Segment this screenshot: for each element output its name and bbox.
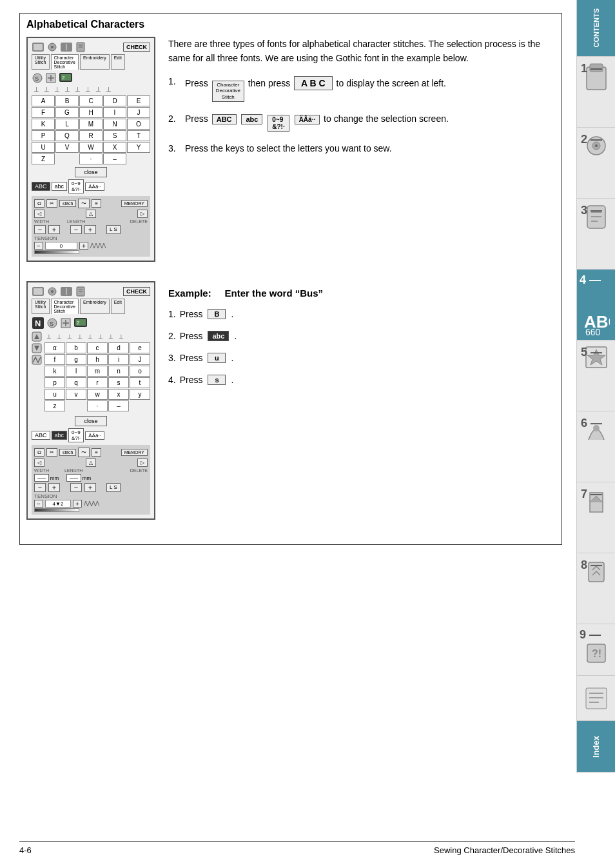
char-k-lower[interactable]: k <box>44 366 65 377</box>
sidebar-tab-8[interactable]: 8 — <box>576 553 615 624</box>
char-f-lower[interactable]: f <box>44 354 65 365</box>
lines-btn-2[interactable]: ≡ <box>92 448 101 457</box>
tension-minus-2[interactable]: − <box>34 500 43 508</box>
char-v-lower[interactable]: v <box>66 389 86 400</box>
char-O[interactable]: O <box>127 119 150 130</box>
tension-plus[interactable]: + <box>79 242 88 250</box>
char-g-lower[interactable]: g <box>66 354 86 365</box>
embroidery-tab[interactable]: Embroidery <box>80 54 110 70</box>
plus-l-2[interactable]: + <box>84 483 96 492</box>
char-dot-2[interactable]: · <box>87 400 108 411</box>
char-j-lower[interactable]: J <box>130 354 150 365</box>
char-P[interactable]: P <box>32 130 55 141</box>
fwd-btn[interactable]: ▷ <box>137 210 148 218</box>
char-q-lower[interactable]: q <box>66 377 86 388</box>
tension-minus[interactable]: − <box>34 242 43 250</box>
char-r-lower[interactable]: r <box>87 377 108 388</box>
char-grid-lower[interactable]: α b c d e f g h i J k l m <box>44 342 150 411</box>
sidebar-tab-6[interactable]: 6 — <box>576 411 615 482</box>
char-Q[interactable]: Q <box>55 130 79 141</box>
char-n-lower[interactable]: n <box>108 366 129 377</box>
char-U[interactable]: U <box>32 142 55 153</box>
font2-btn-special[interactable]: ÄÂä·· <box>85 431 104 440</box>
wave-btn[interactable]: 〜 <box>78 199 90 208</box>
char-K[interactable]: K <box>32 119 55 130</box>
char-F[interactable]: F <box>32 107 55 118</box>
char-M[interactable]: M <box>79 119 102 130</box>
machine1-close[interactable]: close <box>75 167 107 177</box>
stitch-btn[interactable]: stitch <box>59 200 76 207</box>
machine1-check[interactable]: CHECK <box>123 43 150 52</box>
char-s-lower[interactable]: s <box>108 377 129 388</box>
char-Z[interactable]: Z <box>32 153 55 164</box>
ABC-btn[interactable]: ABC <box>212 114 237 124</box>
back-btn-2[interactable]: ◁ <box>34 459 44 467</box>
minus-l[interactable]: − <box>70 225 82 234</box>
sidebar-tab-3[interactable]: 3 — <box>576 199 615 270</box>
char-J[interactable]: J <box>127 107 150 118</box>
ex-btn-u[interactable]: u <box>208 353 226 363</box>
sidebar-tab-contents[interactable]: CONTENTS <box>576 0 615 57</box>
char-x-lower[interactable]: x <box>108 389 129 400</box>
ex-btn-s[interactable]: s <box>208 375 226 385</box>
abc-display-button[interactable]: A B C <box>294 76 333 90</box>
font-btn-abc[interactable]: abc <box>52 182 68 191</box>
omega-btn[interactable]: Ω <box>34 199 44 208</box>
plus-l[interactable]: + <box>84 225 96 234</box>
lines-btn[interactable]: ≡ <box>92 199 101 208</box>
char-N[interactable]: N <box>103 119 126 130</box>
char-dash-2[interactable]: – <box>108 400 129 411</box>
minus-l-2[interactable]: − <box>70 483 82 492</box>
memory-btn[interactable]: MEMORY <box>121 200 148 207</box>
wave-btn-2[interactable]: 〜 <box>78 448 90 457</box>
char-o-lower[interactable]: o <box>130 366 150 377</box>
char-z-lower[interactable]: z <box>44 400 65 411</box>
sidebar-tab-5[interactable]: 5 — <box>576 340 615 411</box>
char-u-lower[interactable]: u <box>44 389 65 400</box>
char-B[interactable]: B <box>55 95 79 106</box>
char-l-lower[interactable]: l <box>66 366 86 377</box>
char-i-lower[interactable]: i <box>108 354 129 365</box>
font-btn-special[interactable]: ÄÂä·· <box>85 182 104 191</box>
char-Y[interactable]: Y <box>127 142 150 153</box>
char-t-lower[interactable]: t <box>130 377 150 388</box>
scissors-btn-2[interactable]: ✂ <box>46 448 57 457</box>
char-c-lower[interactable]: c <box>87 342 108 353</box>
ls-btn[interactable]: L S <box>106 225 121 234</box>
char-C[interactable]: C <box>79 95 102 106</box>
font2-btn-nums[interactable]: 0~9&?!· <box>68 428 84 442</box>
plus-w[interactable]: + <box>48 225 60 234</box>
minus-w-2[interactable]: − <box>34 483 46 492</box>
plus-w-2[interactable]: + <box>48 483 60 492</box>
memory-btn-2[interactable]: MEMORY <box>121 449 148 456</box>
char-d-lower[interactable]: d <box>108 342 129 353</box>
sidebar-tab-2[interactable]: 2 — <box>576 128 615 199</box>
omega-btn-2[interactable]: Ω <box>34 448 44 457</box>
char-T[interactable]: T <box>127 130 150 141</box>
char-D[interactable]: D <box>103 95 126 106</box>
special-btn[interactable]: ÄÂä·· <box>295 115 320 124</box>
char-W[interactable]: W <box>79 142 102 153</box>
char-G[interactable]: G <box>55 107 79 118</box>
down-btn-2[interactable]: △ <box>86 459 96 467</box>
minus-w[interactable]: − <box>34 225 46 234</box>
down-btn[interactable]: △ <box>86 210 96 218</box>
char-A[interactable]: A <box>32 95 55 106</box>
utility-tab-2[interactable]: UtilityStitch <box>32 299 50 314</box>
char-stitch-button[interactable]: CharacterDecorativeStitch <box>212 81 244 102</box>
scissors-btn[interactable]: ✂ <box>46 199 57 208</box>
sidebar-tab-1[interactable]: 1 — <box>576 57 615 128</box>
char-I[interactable]: I <box>103 107 126 118</box>
char-L[interactable]: L <box>55 119 79 130</box>
back-btn[interactable]: ◁ <box>34 210 44 218</box>
char-E[interactable]: E <box>127 95 150 106</box>
char-dash[interactable]: – <box>103 153 126 164</box>
char-grid-upper[interactable]: A B C D E F G H I J K L M N O P Q <box>32 95 150 164</box>
char-tab-2[interactable]: CharacterDecorativeStitch <box>51 299 79 314</box>
char-b-lower[interactable]: b <box>66 342 86 353</box>
sidebar-tab-7[interactable]: 7 — <box>576 482 615 553</box>
abc-btn[interactable]: abc <box>241 114 262 124</box>
font-btn-nums[interactable]: 0~9&?!· <box>68 179 84 193</box>
sidebar-tab-index[interactable]: Index <box>576 721 615 773</box>
char-R[interactable]: R <box>79 130 102 141</box>
